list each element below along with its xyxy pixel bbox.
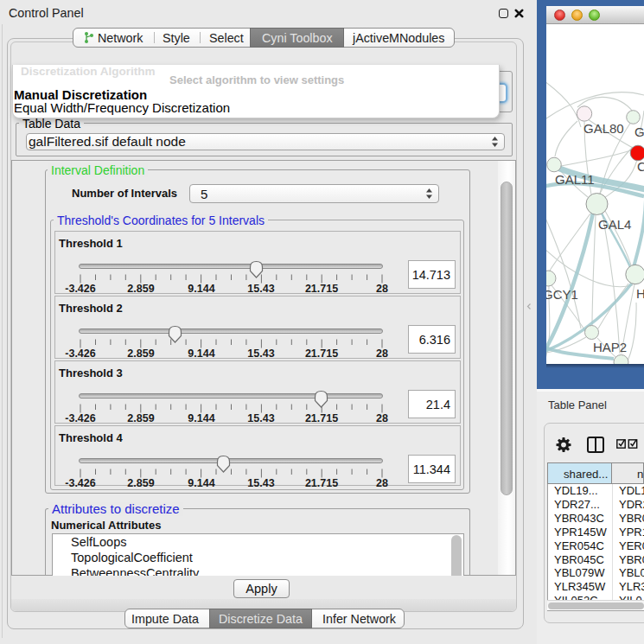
svg-text:GAL80: GAL80 bbox=[583, 121, 624, 136]
svg-text:GAL11: GAL11 bbox=[555, 172, 595, 187]
svg-text:GCY1: GCY1 bbox=[546, 287, 578, 302]
svg-text:H: H bbox=[636, 286, 644, 301]
svg-text:G.: G. bbox=[634, 124, 644, 139]
svg-text:HAP2: HAP2 bbox=[593, 340, 627, 354]
svg-text:C: C bbox=[637, 159, 644, 174]
svg-text:GAL4: GAL4 bbox=[598, 217, 631, 232]
